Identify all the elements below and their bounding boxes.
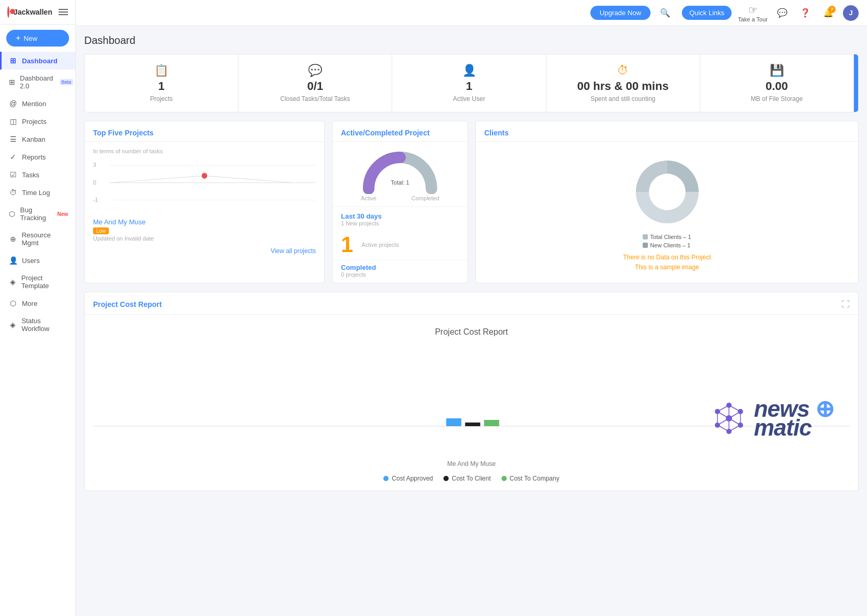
total-clients-legend-label: Total Clients – 1 (650, 234, 691, 240)
cursor-icon: ☞ (748, 4, 758, 16)
sidebar-item-bugtracking[interactable]: ⬡ Bug Tracking New (0, 201, 75, 226)
sidebar-item-projecttemplate[interactable]: ◈ Project Template (0, 269, 75, 294)
svg-line-25 (717, 418, 729, 425)
sidebar-item-statusworkflow[interactable]: ◈ Status Workflow (0, 312, 75, 337)
svg-rect-11 (446, 418, 461, 426)
stat-storage: 💾 0.00 MB of File Storage (700, 54, 854, 112)
chat-icon[interactable]: 💬 (774, 5, 791, 21)
svg-line-26 (717, 412, 729, 418)
stat-users: 👤 1 Active User (392, 54, 546, 112)
active-projects-row: 1 Active projects (333, 230, 467, 260)
completed-title: Completed (341, 264, 459, 271)
active-completed-panel: Active/Completed Project Total: 1 Active… (332, 121, 468, 283)
top-five-body: In terms of number of tasks 3 0 (85, 142, 324, 261)
hamburger-icon[interactable] (56, 7, 70, 17)
view-all-anchor[interactable]: View all projects (271, 247, 316, 255)
svg-text:0: 0 (93, 179, 96, 186)
sidebar-item-label: Projects (22, 118, 47, 126)
projects-stat-label: Projects (150, 95, 173, 102)
project-tag: Low (93, 227, 109, 234)
cost-to-client-dot (443, 476, 449, 481)
completed-section: Completed 0 projects (333, 260, 467, 283)
cost-approved-dot (383, 476, 389, 481)
quick-links-button[interactable]: Quick Links (682, 6, 732, 20)
sidebar-item-dashboard[interactable]: ⊞ Dashboard (0, 52, 75, 70)
svg-line-32 (717, 405, 729, 412)
projects-stat-icon: 📋 (154, 64, 168, 77)
gauge-active-label: Active (361, 195, 377, 201)
gauge-completed-label: Completed (412, 195, 439, 201)
users-stat-value: 1 (466, 79, 472, 93)
sidebar-item-label: Mention (22, 100, 46, 108)
search-icon[interactable]: 🔍 (657, 5, 674, 21)
app-container: Jackwallen + New ⊞ Dashboard ⊞ Dashboard… (0, 0, 867, 616)
clients-panel: Clients (475, 121, 859, 283)
cost-report-header: Project Cost Report ⛶ (85, 292, 858, 315)
app-logo-icon (7, 6, 9, 18)
svg-point-9 (649, 174, 686, 210)
tasks-stat-value: 0/1 (307, 79, 324, 93)
cost-report-chart-title: Project Cost Report (93, 315, 850, 345)
mention-icon: @ (9, 99, 17, 108)
project-name[interactable]: Me And My Muse (93, 218, 316, 226)
users-icon: 👤 (9, 256, 17, 265)
stats-row: 📋 1 Projects 💬 0/1 Closed Tasks/Total Ta… (84, 54, 859, 112)
help-icon[interactable]: ❓ (797, 5, 814, 21)
more-icon: ⬡ (9, 299, 17, 307)
take-tour-button[interactable]: ☞ Take a Tour (738, 4, 768, 22)
notification-count: 7 (828, 6, 836, 13)
tasks-stat-label: Closed Tasks/Total Tasks (280, 95, 350, 102)
topbar: Upgrade Now 🔍 Quick Links ☞ Take a Tour … (76, 0, 867, 26)
projects-icon: ◫ (9, 117, 17, 126)
avatar[interactable]: J (843, 5, 859, 21)
users-stat-label: Active User (453, 95, 485, 102)
clients-chart-area: Total Clients – 1 New Clients – 1 There … (476, 142, 858, 281)
projects-stat-value: 1 (158, 79, 164, 93)
top-five-header: Top Five Projects (85, 121, 324, 142)
view-all-link: View all projects (93, 247, 316, 255)
storage-stat-icon: 💾 (770, 64, 784, 77)
sidebar-item-resourcemgmt[interactable]: ⊕ Resource Mgmt (0, 226, 75, 252)
storage-stat-value: 0.00 (766, 79, 788, 93)
project-date: Updated on Invalid date (93, 235, 316, 242)
resourcemgmt-icon: ⊕ (9, 235, 17, 243)
stat-tasks: 💬 0/1 Closed Tasks/Total Tasks (238, 54, 392, 112)
sidebar-item-dashboard2[interactable]: ⊞ Dashboard 2.0 Beta (0, 70, 75, 95)
bugtracking-icon: ⬡ (9, 210, 16, 218)
sidebar-item-timelog[interactable]: ⏱ Time Log (0, 184, 75, 201)
sidebar-item-kanban[interactable]: ☰ Kanban (0, 130, 75, 148)
dashboard2-icon: ⊞ (9, 78, 15, 86)
sidebar-item-projects[interactable]: ◫ Projects (0, 112, 75, 130)
sidebar-item-reports[interactable]: ✓ Reports (0, 148, 75, 166)
sidebar-item-users[interactable]: 👤 Users (0, 252, 75, 269)
content-area: Dashboard 📋 1 Projects 💬 0/1 Closed Task… (76, 26, 867, 616)
svg-rect-13 (484, 420, 499, 426)
total-clients-legend-dot (643, 234, 648, 239)
upgrade-button[interactable]: Upgrade Now (590, 6, 651, 20)
clients-header: Clients (476, 121, 858, 142)
sidebar-item-tasks[interactable]: ☑ Tasks (0, 166, 75, 184)
svg-line-29 (729, 425, 740, 431)
tour-label: Take a Tour (738, 16, 768, 22)
notifications-icon[interactable]: 🔔 7 (820, 5, 837, 21)
svg-line-23 (729, 418, 740, 425)
sidebar-item-mention[interactable]: @ Mention (0, 95, 75, 112)
chart-dot (202, 173, 208, 179)
new-button[interactable]: + New (6, 30, 69, 47)
tasks-stat-icon: 💬 (308, 64, 322, 77)
cost-legend: Cost Approved Cost To Client Cost To Com… (93, 475, 850, 482)
statusworkflow-icon: ◈ (9, 321, 17, 329)
app-name: Jackwallen (14, 8, 52, 16)
newsmatic-logo-icon (708, 397, 750, 439)
users-stat-icon: 👤 (462, 64, 476, 77)
last30-sub: 1 New projects (341, 220, 459, 226)
legend-cost-to-client: Cost To Client (443, 475, 490, 482)
sidebar-item-label: Project Template (21, 274, 68, 290)
cost-report-title: Project Cost Report (93, 300, 162, 309)
no-data-line2: This is a sample image (623, 263, 711, 272)
expand-icon[interactable]: ⛶ (841, 300, 850, 309)
sidebar-item-label: Resource Mgmt (21, 231, 68, 247)
svg-text:3: 3 (93, 162, 96, 168)
sidebar-item-more[interactable]: ⬡ More (0, 294, 75, 312)
sidebar-item-label: Dashboard 2.0 (20, 74, 53, 90)
